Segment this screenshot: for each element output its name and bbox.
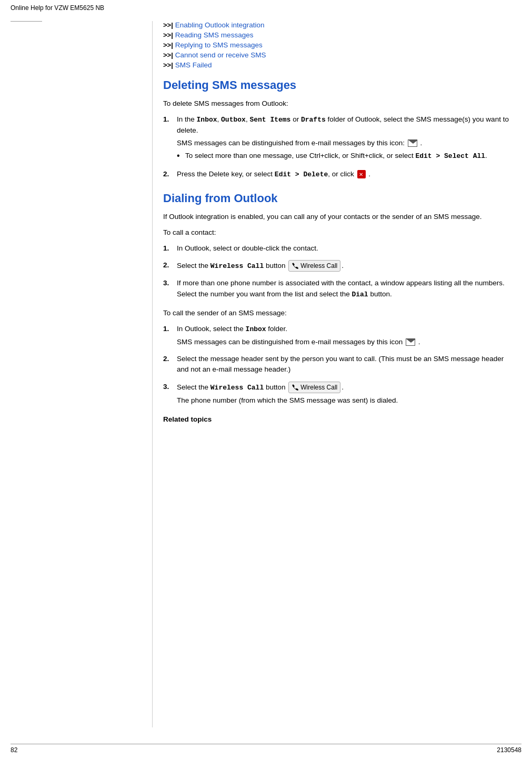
sms-step-3: 3. Select the Wireless Call button Wirel… bbox=[163, 382, 511, 408]
sidebar-divider bbox=[11, 21, 42, 22]
sms-step-1-sub: SMS messages can be distinguished from e… bbox=[177, 337, 511, 347]
wireless-call-btn-label-2: Wireless Call bbox=[300, 383, 337, 392]
nav-link-item: >>| SMS Failed bbox=[163, 61, 511, 69]
nav-link-item: >>| Enabling Outlook integration bbox=[163, 21, 511, 29]
page-header: Online Help for VZW EM5625 NB bbox=[11, 4, 104, 12]
step-1-content: In the Inbox, Outbox, Sent Items or Draf… bbox=[177, 114, 511, 165]
sms-step-2-text: Select the message header sent by the pe… bbox=[177, 354, 511, 375]
contact-step-1-content: In Outlook, select or double-click the c… bbox=[177, 243, 511, 256]
section2-heading: Dialing from Outlook bbox=[163, 192, 511, 205]
step-2: 2. Press the Delete key, or select Edit … bbox=[163, 169, 511, 182]
main-content: >>| Enabling Outlook integration >>| Rea… bbox=[163, 21, 511, 727]
nav-arrow-5: >>| bbox=[163, 61, 173, 69]
wireless-call-btn-label-1: Wireless Call bbox=[300, 261, 337, 271]
outbox-label: Outbox bbox=[221, 116, 246, 124]
nav-arrow-2: >>| bbox=[163, 31, 173, 39]
sent-items-label: Sent Items bbox=[249, 116, 290, 124]
nav-links: >>| Enabling Outlook integration >>| Rea… bbox=[163, 21, 511, 69]
step-1-num: 1. bbox=[163, 114, 177, 165]
step-1-text: In the Inbox, Outbox, Sent Items or Draf… bbox=[177, 114, 511, 136]
sms-step-2: 2. Select the message header sent by the… bbox=[163, 354, 511, 377]
edit-delete-label: Edit > Delete bbox=[275, 171, 328, 178]
contact-step-2-content: Select the Wireless Call button Wireless… bbox=[177, 260, 511, 274]
inbox-label: Inbox bbox=[197, 116, 217, 124]
contact-step-2: 2. Select the Wireless Call button Wirel… bbox=[163, 260, 511, 274]
sms-step-3-content: Select the Wireless Call button Wireless… bbox=[177, 382, 511, 408]
section1-intro: To delete SMS messages from Outlook: bbox=[163, 98, 511, 109]
sms-step-2-content: Select the message header sent by the pe… bbox=[177, 354, 511, 377]
contact-step-2-text: Select the Wireless Call button Wireless… bbox=[177, 260, 511, 272]
contact-step-3-content: If more than one phone number is associa… bbox=[177, 278, 511, 302]
phone-icon-2 bbox=[292, 384, 299, 391]
page-number: 82 bbox=[11, 746, 17, 754]
bullet-item-1: • To select more than one message, use C… bbox=[177, 151, 511, 162]
sms-icon-1 bbox=[408, 139, 417, 147]
sms-step-1-text: In Outlook, select the Inbox folder. bbox=[177, 324, 511, 335]
bullet-text: To select more than one message, use Ctr… bbox=[185, 151, 487, 162]
step-1-sub: SMS messages can be distinguished from e… bbox=[177, 138, 511, 148]
inbox-label-2: Inbox bbox=[246, 325, 266, 333]
sms-step-1-num: 1. bbox=[163, 324, 177, 349]
contact-steps: 1. In Outlook, select or double-click th… bbox=[163, 243, 511, 302]
wireless-call-label-2: Wireless Call bbox=[210, 383, 264, 391]
contact-step-3-text: If more than one phone number is associa… bbox=[177, 278, 511, 299]
contact-step-1-num: 1. bbox=[163, 243, 177, 256]
wireless-call-label-1: Wireless Call bbox=[210, 262, 264, 270]
contact-step-2-num: 2. bbox=[163, 260, 177, 274]
sidebar bbox=[0, 21, 153, 727]
nav-arrow-4: >>| bbox=[163, 51, 173, 59]
sms-icon-2 bbox=[406, 338, 415, 346]
sms-steps: 1. In Outlook, select the Inbox folder. … bbox=[163, 324, 511, 408]
section1-steps: 1. In the Inbox, Outbox, Sent Items or D… bbox=[163, 114, 511, 182]
section1-heading: Deleting SMS messages bbox=[163, 78, 511, 92]
nav-link-item: >>| Cannot send or receive SMS bbox=[163, 51, 511, 59]
sms-step-3-sub2: The phone number (from which the SMS mes… bbox=[177, 395, 511, 406]
contact-step-3: 3. If more than one phone number is asso… bbox=[163, 278, 511, 302]
nav-link-cannot-send[interactable]: Cannot send or receive SMS bbox=[175, 51, 266, 59]
step-2-text: Press the Delete key, or select Edit > D… bbox=[177, 169, 511, 180]
nav-link-enabling-outlook[interactable]: Enabling Outlook integration bbox=[175, 21, 265, 29]
dial-label: Dial bbox=[352, 291, 368, 298]
sms-step-1-content: In Outlook, select the Inbox folder. SMS… bbox=[177, 324, 511, 349]
nav-arrow-3: >>| bbox=[163, 41, 173, 49]
sms-step-3-num: 3. bbox=[163, 382, 177, 408]
header-title: Online Help for VZW EM5625 NB bbox=[11, 4, 104, 12]
nav-arrow-1: >>| bbox=[163, 21, 173, 29]
nav-link-replying-sms[interactable]: Replying to SMS messages bbox=[175, 41, 263, 49]
sms-heading: To call the sender of an SMS message: bbox=[163, 308, 511, 318]
contact-heading: To call a contact: bbox=[163, 227, 511, 238]
drafts-label: Drafts bbox=[301, 116, 326, 124]
related-topics: Related topics bbox=[163, 415, 511, 423]
bullet-dot: • bbox=[177, 151, 185, 162]
nav-link-reading-sms[interactable]: Reading SMS messages bbox=[175, 31, 254, 39]
contact-step-3-num: 3. bbox=[163, 278, 177, 302]
nav-link-item: >>| Reading SMS messages bbox=[163, 31, 511, 39]
wireless-call-button-1[interactable]: Wireless Call bbox=[288, 260, 340, 272]
sms-step-3-text: Select the Wireless Call button Wireless… bbox=[177, 382, 511, 393]
page-footer: 82 2130548 bbox=[11, 744, 521, 754]
nav-link-sms-failed[interactable]: SMS Failed bbox=[175, 61, 212, 69]
edit-select-all: Edit > Select All bbox=[415, 152, 485, 160]
sms-step-2-num: 2. bbox=[163, 354, 177, 377]
sms-step-1: 1. In Outlook, select the Inbox folder. … bbox=[163, 324, 511, 349]
nav-link-item: >>| Replying to SMS messages bbox=[163, 41, 511, 49]
step-2-content: Press the Delete key, or select Edit > D… bbox=[177, 169, 511, 182]
phone-icon-1 bbox=[292, 262, 299, 269]
wireless-call-button-2[interactable]: Wireless Call bbox=[288, 382, 340, 393]
contact-step-1: 1. In Outlook, select or double-click th… bbox=[163, 243, 511, 256]
doc-id: 2130548 bbox=[497, 746, 521, 754]
contact-step-1-text: In Outlook, select or double-click the c… bbox=[177, 243, 511, 254]
section2-intro: If Outlook integration is enabled, you c… bbox=[163, 212, 511, 222]
step-2-num: 2. bbox=[163, 169, 177, 182]
delete-icon bbox=[357, 170, 366, 178]
step-1: 1. In the Inbox, Outbox, Sent Items or D… bbox=[163, 114, 511, 165]
